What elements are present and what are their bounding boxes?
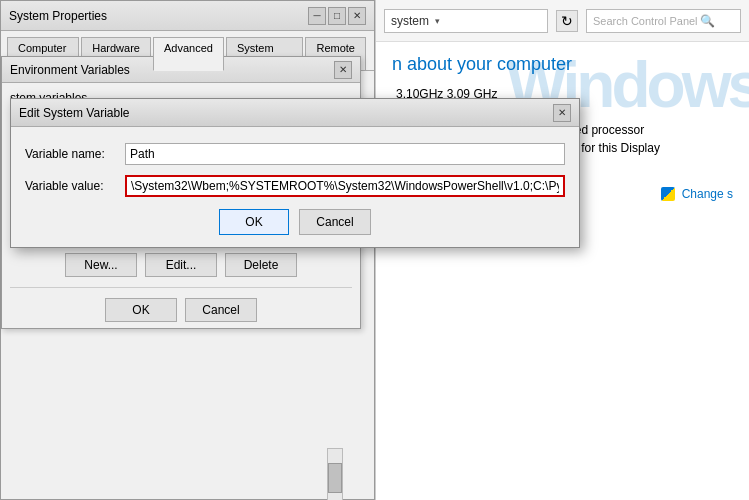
new-button[interactable]: New... <box>65 253 137 277</box>
scrollbar-thumb[interactable] <box>328 463 342 493</box>
variable-value-label: Variable value: <box>25 179 125 193</box>
variable-value-row: Variable value: <box>25 175 565 197</box>
title-bar: System Properties ─ □ ✕ <box>1 1 374 31</box>
change-settings-text: Change s <box>682 187 733 201</box>
refresh-icon: ↻ <box>561 13 573 29</box>
edit-dialog-close-button[interactable]: ✕ <box>553 104 571 122</box>
scrollbar[interactable] <box>327 448 343 500</box>
search-icon: 🔍 <box>700 14 715 28</box>
system-properties-window: System Properties ─ □ ✕ Computer Name Ha… <box>0 0 375 500</box>
refresh-button[interactable]: ↻ <box>556 10 578 32</box>
cancel-button[interactable]: Cancel <box>185 298 257 322</box>
search-placeholder-text: Search Control Panel <box>593 15 698 27</box>
variable-value-input[interactable] <box>125 175 565 197</box>
delete-button[interactable]: Delete <box>225 253 297 277</box>
address-text: system <box>391 14 429 28</box>
window-controls: ─ □ ✕ <box>308 7 366 25</box>
ok-button[interactable]: OK <box>105 298 177 322</box>
minimize-button[interactable]: ─ <box>308 7 326 25</box>
dialog-cancel-button[interactable]: Cancel <box>299 209 371 235</box>
change-settings-link[interactable]: Change s <box>661 187 733 201</box>
bottom-buttons: OK Cancel <box>2 292 360 328</box>
variable-name-row: Variable name: <box>25 143 565 165</box>
search-box[interactable]: Search Control Panel 🔍 <box>586 9 741 33</box>
right-top-bar: system ▾ ↻ Search Control Panel 🔍 <box>376 0 749 42</box>
address-bar[interactable]: system ▾ <box>384 9 548 33</box>
edit-dialog-title-bar: Edit System Variable ✕ <box>11 99 579 127</box>
dialog-ok-button[interactable]: OK <box>219 209 289 235</box>
window-title: System Properties <box>9 9 308 23</box>
address-dropdown-arrow[interactable]: ▾ <box>435 16 440 26</box>
edit-button[interactable]: Edit... <box>145 253 217 277</box>
control-panel-right: system ▾ ↻ Search Control Panel 🔍 Window… <box>375 0 749 500</box>
tab-advanced[interactable]: Advanced <box>153 37 224 71</box>
env-action-buttons: New... Edit... Delete <box>2 247 360 283</box>
edit-dialog-title: Edit System Variable <box>19 106 553 120</box>
variable-name-label: Variable name: <box>25 147 125 161</box>
shield-icon <box>661 187 675 201</box>
variable-name-input[interactable] <box>125 143 565 165</box>
close-button[interactable]: ✕ <box>348 7 366 25</box>
maximize-button[interactable]: □ <box>328 7 346 25</box>
edit-system-variable-dialog: Edit System Variable ✕ Variable name: Va… <box>10 98 580 248</box>
edit-dialog-body: Variable name: Variable value: OK Cancel <box>11 127 579 247</box>
env-close-button[interactable]: ✕ <box>334 61 352 79</box>
dialog-action-buttons: OK Cancel <box>25 209 565 235</box>
